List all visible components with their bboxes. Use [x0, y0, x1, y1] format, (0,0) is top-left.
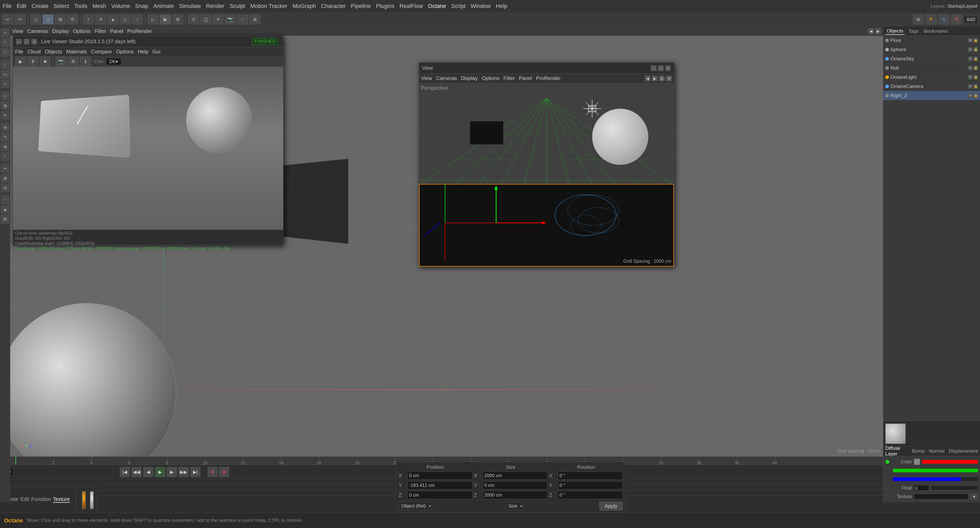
lv-settings-btn[interactable]: ⚙: [68, 56, 79, 67]
paint-btn[interactable]: ✎: [1, 132, 10, 141]
menu-realflow[interactable]: RealFlow: [399, 3, 423, 10]
octanesky-lock[interactable]: 🔒: [974, 56, 978, 61]
delete-btn[interactable]: ✕: [95, 14, 106, 24]
viewport-menu-prorender[interactable]: ProRender: [127, 29, 152, 34]
viewport-arrow-left[interactable]: ◀: [868, 29, 874, 34]
rot-x-field[interactable]: [558, 472, 623, 480]
deformer-btn[interactable]: ~: [237, 14, 248, 24]
transport-play-btn[interactable]: ▶: [155, 467, 165, 477]
lv-menu-gui[interactable]: Gui: [153, 49, 161, 55]
polygon-mode-btn[interactable]: □: [1, 48, 10, 57]
bottom-tab-texture[interactable]: Texture: [53, 496, 70, 503]
ov-menu-display[interactable]: Display: [461, 75, 478, 81]
viewport-menu-cameras[interactable]: Cameras: [27, 29, 48, 34]
ov-menu-prorender[interactable]: ProRender: [536, 75, 561, 81]
ov-expand[interactable]: ⊞: [659, 76, 665, 81]
octane-view-close[interactable]: ✕: [665, 65, 671, 71]
lv-stop-btn[interactable]: ■: [40, 56, 51, 67]
null-lock[interactable]: 🔒: [974, 66, 978, 70]
live-viewer-content[interactable]: [13, 67, 283, 230]
material-preview-thumb[interactable]: [885, 423, 906, 444]
color-enable-dot[interactable]: [885, 460, 889, 464]
lasso-btn[interactable]: ⌁: [1, 80, 10, 88]
menu-motion-tracker[interactable]: Motion Tracker: [250, 3, 288, 10]
mirror-btn[interactable]: ⊟: [1, 183, 10, 192]
lv-menu-help[interactable]: Help: [138, 49, 148, 55]
point-mode-btn[interactable]: •: [1, 29, 10, 37]
object-row-sphere[interactable]: Sphere 👁 🔒: [883, 45, 980, 54]
axis-r-btn[interactable]: R: [951, 14, 963, 24]
undo-btn[interactable]: ↩: [2, 14, 13, 24]
color-g-slider[interactable]: [893, 469, 978, 472]
menu-plugins[interactable]: Plugins: [376, 3, 394, 10]
lv-menu-options[interactable]: Options: [116, 49, 134, 55]
size-x-field[interactable]: [483, 472, 548, 480]
render-btn[interactable]: ▶: [160, 14, 171, 24]
object-row-octanelight[interactable]: OctaneLight 👁 🔒: [883, 73, 980, 82]
transport-first-btn[interactable]: |◀: [120, 467, 130, 477]
right2-lock[interactable]: 🔒: [974, 93, 978, 98]
apply-button[interactable]: Apply: [599, 502, 623, 510]
object-row-octanesky[interactable]: OctaneSky 👁 🔒: [883, 54, 980, 63]
material-thumb-2[interactable]: [90, 491, 94, 509]
pos-y-field[interactable]: [407, 481, 473, 490]
texture-btn[interactable]: ▾: [970, 494, 978, 499]
object-row-right2[interactable]: Right_2 👁 🔒: [883, 91, 980, 100]
menu-octane[interactable]: Octane: [428, 3, 446, 10]
rpanel-tab-tags[interactable]: Tags: [907, 28, 920, 35]
menu-create[interactable]: Create: [32, 3, 48, 10]
bottom-tab-edit[interactable]: Edit: [21, 496, 29, 503]
sphere-lock[interactable]: 🔒: [974, 47, 978, 52]
color-b-slider[interactable]: [893, 477, 978, 481]
ov-arrow-l[interactable]: ◀: [645, 76, 651, 81]
live-selection-btn[interactable]: ○: [1, 60, 10, 69]
select-tool[interactable]: ◻: [30, 14, 41, 24]
lv-camera-btn[interactable]: 📷: [56, 56, 67, 67]
snap-side-btn[interactable]: ⊕: [1, 174, 10, 182]
octanesky-vis[interactable]: 👁: [968, 56, 973, 61]
texture-enable-dot[interactable]: [885, 495, 889, 499]
ov-settings[interactable]: ⚙: [666, 76, 672, 81]
lv-play-btn[interactable]: ▶: [15, 56, 26, 67]
menu-mograph[interactable]: MoGraph: [293, 3, 316, 10]
rot-y-field[interactable]: [558, 481, 623, 490]
menu-select[interactable]: Select: [53, 3, 69, 10]
size-z-field[interactable]: [483, 491, 548, 499]
viewport-menu-view[interactable]: View: [12, 29, 23, 34]
menu-tools[interactable]: Tools: [74, 3, 88, 10]
snap-btn[interactable]: ⊕: [913, 14, 924, 24]
octane-view-content[interactable]: Perspective: [419, 83, 674, 266]
octanecamera-lock[interactable]: 🔒: [974, 84, 978, 89]
magnet-btn[interactable]: ⊗: [1, 142, 10, 151]
transport-prev-btn[interactable]: ◀: [143, 467, 153, 477]
material-thumb-1[interactable]: [82, 491, 86, 509]
floor-lock[interactable]: 🔒: [974, 38, 978, 43]
pos-z-field[interactable]: [407, 491, 473, 499]
ov-menu-options[interactable]: Options: [482, 75, 500, 81]
generator-btn[interactable]: ⊗: [249, 14, 261, 24]
render-preview-btn[interactable]: ▷: [148, 14, 159, 24]
live-viewer-minimize[interactable]: —: [16, 39, 22, 45]
float-enable-dot[interactable]: [885, 486, 889, 490]
octanelight-vis[interactable]: 👁: [968, 75, 973, 80]
size-mode-select[interactable]: Size: [506, 502, 523, 510]
extrude-btn[interactable]: ▲: [107, 14, 118, 24]
rpanel-tab-bookmarks[interactable]: Bookmarks: [922, 28, 950, 35]
menu-script[interactable]: Script: [451, 3, 466, 10]
menu-help[interactable]: Help: [496, 3, 508, 10]
redo-btn[interactable]: ↪: [14, 14, 25, 24]
lv-menu-file[interactable]: File: [15, 49, 23, 55]
menu-volume[interactable]: Volume: [111, 3, 130, 10]
lv-menu-objects[interactable]: Objects: [45, 49, 62, 55]
record-all-btn[interactable]: ⊕: [219, 467, 229, 477]
menu-simulate[interactable]: Simulate: [179, 3, 201, 10]
ov-arrow-r[interactable]: ▶: [652, 76, 657, 81]
spline-btn[interactable]: ~: [1, 196, 10, 204]
weight-btn[interactable]: W: [1, 215, 10, 223]
ov-menu-cameras[interactable]: Cameras: [436, 75, 457, 81]
octanelight-lock[interactable]: 🔒: [974, 75, 978, 80]
light-btn[interactable]: ☀: [212, 14, 224, 24]
transport-prev-key-btn[interactable]: ◀◀: [132, 467, 142, 477]
poly-pen-btn[interactable]: ✏: [1, 164, 10, 173]
transport-next-key-btn[interactable]: ▶▶: [178, 467, 189, 477]
